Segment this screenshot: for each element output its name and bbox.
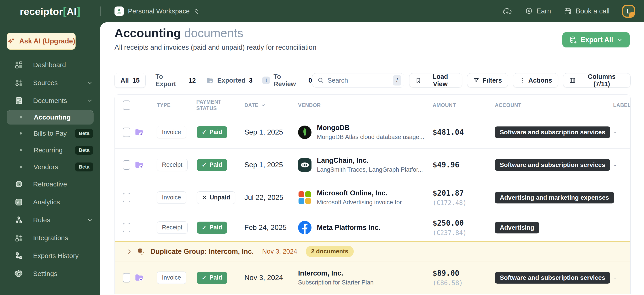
row-checkbox[interactable]: [123, 193, 130, 202]
page-title: Accounting documents: [114, 26, 316, 40]
sidebar-item-exports-history[interactable]: Exports History: [0, 247, 100, 265]
date-column-header[interactable]: DATE: [240, 102, 292, 109]
filters-button[interactable]: Filters: [467, 73, 508, 88]
meta-facebook-logo: [298, 221, 312, 234]
table-row[interactable]: Invoice ✕Unpaid Jul 22, 2025 Microsoft O…: [115, 181, 630, 214]
row-checkbox[interactable]: [123, 160, 130, 170]
table-row[interactable]: Receipt ✓Paid Feb 24, 2025 Meta Platform…: [115, 214, 630, 241]
chevron-right-icon[interactable]: [126, 249, 132, 254]
sidebar-subitem-vendors[interactable]: Vendors Beta: [0, 158, 100, 175]
check-icon: ✓: [202, 224, 207, 231]
sidebar-item-integrations[interactable]: Integrations: [0, 229, 100, 247]
select-all-checkbox[interactable]: [123, 101, 130, 110]
export-all-button[interactable]: Export All: [562, 32, 630, 48]
ask-ai-button[interactable]: Ask AI (Upgrade): [7, 33, 76, 50]
row-checkbox[interactable]: [123, 223, 130, 232]
sidebar-item-analytics[interactable]: Analytics: [0, 193, 100, 211]
book-call-button[interactable]: Book a call: [564, 7, 610, 16]
avatar-upgrade-badge: ↑: [629, 12, 635, 18]
sidebar-subitem-recurring[interactable]: Recurring Beta: [0, 142, 100, 158]
label-column-header[interactable]: LABEL: [610, 102, 630, 109]
date-header-label: DATE: [244, 102, 258, 109]
documents-table: TYPE PAYMENT STATUS DATE VENDOR AMOUNT A…: [114, 94, 630, 294]
vendor-description: Microsoft Advertising invoice for ...: [317, 199, 408, 206]
table-row[interactable]: Receipt ✓Paid Sep 1, 2025 LangChain, Inc…: [115, 149, 630, 181]
ask-ai-label: Ask AI (Upgrade): [19, 37, 75, 45]
brand-name: receiptor: [20, 6, 63, 17]
vendor-cell: Meta Platforms Inc.: [292, 221, 428, 234]
check-icon: ✓: [202, 129, 207, 136]
amount-primary: $250.00: [433, 219, 492, 227]
workspace-selector[interactable]: Personal Workspace: [114, 7, 199, 16]
table-row[interactable]: Invoice ✓Paid Nov 3, 2024 Intercom, Inc.…: [115, 261, 630, 294]
search-box[interactable]: /: [312, 73, 404, 88]
sidebar-item-dashboard[interactable]: Dashboard: [0, 56, 100, 74]
documents-icon: [14, 96, 23, 105]
vendor-column-header[interactable]: VENDOR: [292, 102, 428, 109]
workspace-name: Personal Workspace: [128, 8, 190, 15]
amount-secondary: (€86.58): [433, 279, 492, 287]
tab-to-review[interactable]: ! To Review 0: [262, 73, 312, 88]
sidebar-item-documents[interactable]: Documents: [0, 92, 100, 110]
row-checkbox[interactable]: [123, 128, 130, 137]
tab-label: To Review: [274, 73, 305, 88]
account-badge[interactable]: Advertising: [495, 222, 539, 233]
check-icon: ✓: [202, 161, 207, 169]
payment-status-column-header[interactable]: PAYMENT STATUS: [194, 99, 223, 112]
brand-bracket-open: [: [63, 5, 66, 18]
sidebar-item-rules[interactable]: Rules: [0, 211, 100, 229]
status-badge: ✓Paid: [197, 126, 227, 138]
account-column-header[interactable]: ACCOUNT: [492, 102, 610, 109]
row-checkbox[interactable]: [123, 273, 130, 282]
amount-primary: $89.00: [433, 269, 492, 277]
load-view-button[interactable]: Load View: [409, 73, 462, 88]
amount-column-header[interactable]: AMOUNT: [428, 102, 492, 109]
account-badge[interactable]: Software and subscription services: [495, 272, 610, 283]
brand-logo: receiptor[AI]: [0, 5, 100, 18]
vendor-description: Subscription for Starter Plan: [298, 279, 374, 286]
account-badge[interactable]: Software and subscription services: [495, 126, 610, 138]
tab-all[interactable]: All 15: [114, 73, 146, 88]
account-badge[interactable]: Advertising and marketing expenses: [495, 192, 614, 203]
tab-exported[interactable]: Exported 3: [206, 76, 253, 84]
vendor-name: Microsoft Online, Inc.: [317, 189, 408, 197]
toolbar-controls: / Load View Filters Actions Columns (7/1…: [312, 73, 630, 88]
type-column-header: TYPE: [153, 102, 194, 109]
brand-logo-text: receiptor[AI]: [20, 5, 80, 18]
tab-to-export[interactable]: To Export 12: [156, 73, 196, 88]
account-badge[interactable]: Software and subscription services: [495, 159, 610, 171]
type-badge: Receipt: [157, 221, 188, 234]
type-badge: Invoice: [157, 271, 186, 284]
chevron-down-icon: [617, 37, 623, 43]
sidebar-item-label: Analytics: [33, 198, 60, 206]
earn-button[interactable]: Earn: [524, 7, 551, 16]
duplicate-group-row[interactable]: Duplicate Group: Intercom, Inc. Nov 3, 2…: [115, 241, 630, 261]
label-value: -: [610, 161, 630, 169]
duplicate-group-date: Nov 3, 2024: [262, 248, 297, 255]
vendor-cell: MongoDB MongoDB Atlas cloud database usa…: [292, 124, 428, 141]
amount-primary: $481.04: [433, 128, 492, 137]
sidebar-item-sources[interactable]: Sources: [0, 74, 100, 92]
user-avatar[interactable]: L ↑: [622, 5, 635, 18]
duplicate-group-title: Duplicate Group: Intercom, Inc.: [150, 247, 254, 256]
alert-icon: !: [262, 77, 270, 84]
sidebar: Ask AI (Upgrade) Dashboard Sources Docum…: [0, 22, 100, 295]
sidebar-subitem-bills-to-pay[interactable]: Bills to Pay Beta: [0, 125, 100, 142]
integrations-icon: [14, 233, 23, 242]
cloud-sync-icon[interactable]: [502, 7, 512, 15]
bullet-dot-icon: [20, 149, 22, 151]
beta-badge: Beta: [75, 162, 93, 171]
sidebar-item-retroactive[interactable]: Retroactive: [0, 175, 100, 193]
bookmark-icon: [415, 77, 422, 84]
sidebar-subitem-accounting[interactable]: Accounting: [7, 110, 94, 124]
actions-button[interactable]: Actions: [513, 73, 558, 88]
columns-button[interactable]: Columns (7/11): [563, 73, 630, 88]
table-row[interactable]: Invoice ✓Paid Sep 1, 2025 MongoDB MongoD…: [115, 116, 630, 149]
search-input[interactable]: [328, 77, 389, 84]
sidebar-item-label: Exports History: [33, 252, 78, 260]
filter-funnel-icon: [473, 77, 480, 84]
columns-icon: [569, 77, 576, 84]
brand-ai: AI: [67, 6, 77, 17]
earn-label: Earn: [536, 7, 551, 15]
sidebar-item-settings[interactable]: Settings: [0, 265, 100, 283]
